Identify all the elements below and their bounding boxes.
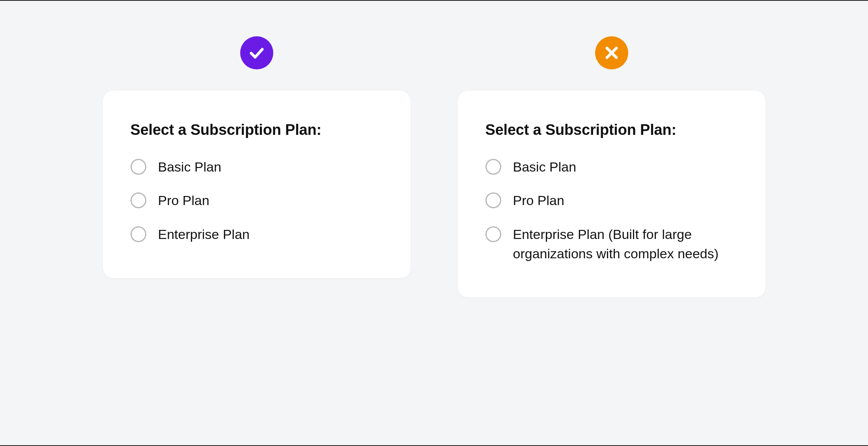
bad-card: Select a Subscription Plan: Basic Plan P… [458,91,765,297]
option-label: Enterprise Plan (Built for large organiz… [513,225,734,264]
good-card-title: Select a Subscription Plan: [131,121,383,138]
bad-card-title: Select a Subscription Plan: [485,121,738,138]
radio-option-pro[interactable]: Pro Plan [131,191,383,210]
radio-option-basic[interactable]: Basic Plan [485,157,738,177]
radio-icon [131,226,146,242]
radio-icon [131,192,146,208]
option-label: Enterprise Plan [158,225,250,244]
checkmark-icon [247,43,266,62]
checkmark-badge [240,36,273,69]
option-label: Basic Plan [513,157,577,177]
radio-option-enterprise[interactable]: Enterprise Plan (Built for large organiz… [485,225,738,264]
bad-options: Basic Plan Pro Plan Enterprise Plan (Bui… [485,157,738,263]
radio-icon [131,159,146,175]
bad-example: Select a Subscription Plan: Basic Plan P… [458,36,765,297]
radio-option-basic[interactable]: Basic Plan [131,157,383,177]
good-example: Select a Subscription Plan: Basic Plan P… [103,36,411,278]
option-label: Pro Plan [158,191,209,210]
cross-icon [603,44,620,62]
radio-icon [485,159,501,175]
radio-option-pro[interactable]: Pro Plan [485,191,738,210]
option-label: Basic Plan [158,157,222,177]
radio-icon [485,192,501,208]
radio-option-enterprise[interactable]: Enterprise Plan [131,225,383,244]
radio-icon [485,226,501,242]
good-card: Select a Subscription Plan: Basic Plan P… [103,91,411,278]
cross-badge [595,36,628,69]
option-label: Pro Plan [513,191,564,210]
comparison-stage: Select a Subscription Plan: Basic Plan P… [0,1,868,445]
good-options: Basic Plan Pro Plan Enterprise Plan [131,157,383,244]
